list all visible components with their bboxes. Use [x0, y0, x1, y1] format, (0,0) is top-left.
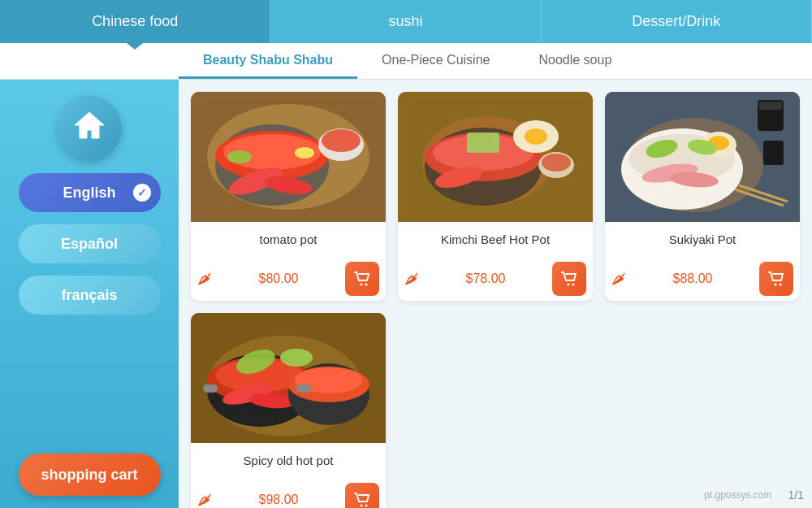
- card-info-spicy: Spicy old hot pot: [191, 443, 386, 478]
- card-name-kimchi: Kimchi Beef Hot Pot: [408, 228, 583, 250]
- svg-rect-39: [759, 102, 782, 110]
- language-francais-button[interactable]: français: [19, 276, 161, 315]
- sidebar: English ✓ Español français shopping cart: [0, 80, 179, 508]
- food-image-kimchi: [398, 92, 593, 222]
- svg-point-26: [572, 284, 575, 286]
- svg-rect-57: [203, 384, 218, 393]
- spicy-icon-4: 🌶: [197, 492, 212, 509]
- menu-card-spicy: Spicy old hot pot 🌶 $98.00: [191, 313, 386, 508]
- spicy-icon: 🌶: [197, 271, 212, 288]
- food-image-tomato-pot: [191, 92, 386, 222]
- menu-grid: tomato pot 🌶 $80.00: [191, 92, 800, 508]
- card-bottom-sukiyaki: 🌶 $88.00: [605, 257, 800, 301]
- svg-point-44: [780, 284, 782, 286]
- card-name-spicy: Spicy old hot pot: [201, 449, 376, 471]
- add-spicy-button[interactable]: [345, 483, 379, 508]
- tab-dessert-drink[interactable]: Dessert/Drink: [542, 0, 812, 43]
- top-navigation: Chinese food sushi Dessert/Drink: [0, 0, 812, 43]
- menu-card-tomato-pot: tomato pot 🌶 $80.00: [191, 92, 386, 301]
- svg-rect-58: [296, 384, 311, 393]
- price-kimchi: $78.00: [466, 271, 506, 286]
- add-kimchi-button[interactable]: [552, 262, 586, 296]
- svg-point-12: [361, 284, 363, 286]
- menu-card-kimchi: Kimchi Beef Hot Pot 🌶 $78.00: [398, 92, 593, 301]
- svg-point-20: [525, 128, 547, 145]
- main-layout: English ✓ Español français shopping cart: [0, 80, 812, 508]
- svg-point-59: [361, 505, 363, 507]
- pagination: 1/1: [788, 488, 804, 501]
- svg-point-8: [227, 150, 252, 163]
- card-name-tomato-pot: tomato pot: [201, 228, 376, 250]
- card-name-sukiyaki: Sukiyaki Pot: [615, 228, 790, 250]
- svg-marker-0: [75, 112, 104, 138]
- check-icon: ✓: [133, 184, 151, 202]
- food-image-spicy: [191, 313, 386, 443]
- tab-chinese-food[interactable]: Chinese food: [0, 0, 270, 43]
- svg-point-43: [775, 284, 777, 286]
- card-bottom-tomato-pot: 🌶 $80.00: [191, 257, 386, 301]
- language-espanol-button[interactable]: Español: [19, 224, 161, 263]
- svg-point-56: [280, 349, 313, 367]
- tab-sushi[interactable]: sushi: [270, 0, 541, 43]
- add-sukiyaki-button[interactable]: [759, 262, 793, 296]
- svg-point-9: [295, 147, 314, 158]
- add-tomato-pot-button[interactable]: [345, 262, 379, 296]
- svg-rect-40: [763, 141, 784, 165]
- card-info-tomato-pot: tomato pot: [191, 222, 386, 257]
- sub-navigation: Beauty Shabu Shabu One-Piece Cuisine Noo…: [0, 43, 812, 80]
- subnav-noodle-soup[interactable]: Noodle soup: [514, 43, 636, 79]
- menu-card-sukiyaki: Sukiyaki Pot 🌶 $88.00: [605, 92, 800, 301]
- price-tomato-pot: $80.00: [259, 271, 299, 286]
- menu-content: tomato pot 🌶 $80.00: [179, 80, 812, 508]
- svg-point-11: [322, 129, 361, 152]
- price-spicy: $98.00: [259, 493, 299, 507]
- spicy-icon-3: 🌶: [611, 271, 626, 288]
- svg-point-23: [542, 154, 571, 172]
- svg-point-60: [365, 505, 368, 507]
- home-icon: [73, 111, 106, 147]
- spicy-icon-2: 🌶: [404, 271, 419, 288]
- svg-point-13: [365, 284, 368, 286]
- card-info-sukiyaki: Sukiyaki Pot: [605, 222, 800, 257]
- svg-point-25: [568, 284, 570, 286]
- content-wrapper: tomato pot 🌶 $80.00: [179, 80, 812, 508]
- home-button[interactable]: [57, 96, 122, 161]
- card-bottom-kimchi: 🌶 $78.00: [398, 257, 593, 301]
- food-image-sukiyaki: [605, 92, 800, 222]
- card-bottom-spicy: 🌶 $98.00: [191, 478, 386, 508]
- subnav-one-piece[interactable]: One-Piece Cuisine: [357, 43, 514, 79]
- price-sukiyaki: $88.00: [673, 271, 713, 286]
- subnav-beauty-shabu[interactable]: Beauty Shabu Shabu: [179, 43, 357, 79]
- svg-rect-21: [467, 132, 499, 153]
- language-english-button[interactable]: English ✓: [19, 173, 161, 212]
- card-info-kimchi: Kimchi Beef Hot Pot: [398, 222, 593, 257]
- watermark: pt.gpossys.com: [704, 489, 771, 501]
- shopping-cart-button[interactable]: shopping cart: [19, 454, 161, 496]
